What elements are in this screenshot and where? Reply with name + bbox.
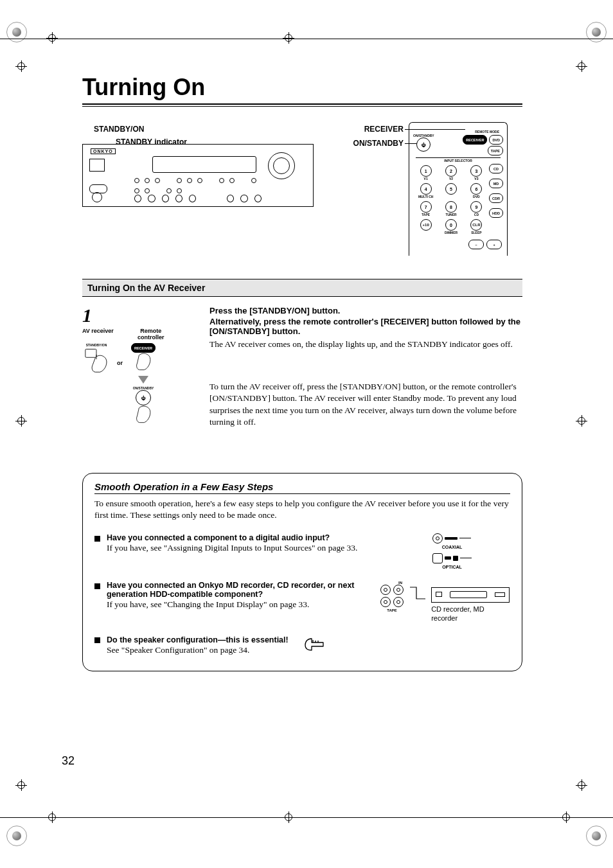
- label-receiver: RECEIVER: [333, 125, 404, 134]
- ri-connection-diagram: IN TAPE: [380, 581, 510, 624]
- standby-on-btn-label: STANDBY/ON: [86, 343, 107, 347]
- remote-diagram: RECEIVER ON/STANDBY ON/STANDBY ⏻ REMOTE …: [352, 125, 500, 256]
- tape-label: TAPE: [380, 608, 404, 612]
- num-sub: TAPE: [422, 213, 430, 217]
- arrow-down-icon: [138, 376, 148, 384]
- square-bullet-icon: [94, 637, 100, 643]
- finger-press-icon: [82, 348, 111, 374]
- remote-dvd-button: DVD: [489, 135, 503, 145]
- coax-jack-icon: [432, 533, 443, 544]
- display-icon: [152, 156, 256, 173]
- connector-line-icon: [409, 581, 426, 604]
- remote-on-standby-button: ⏻: [416, 137, 431, 152]
- crop-mark: [6, 22, 27, 42]
- checklist-a: If you have, see "Changing the Input Dis…: [107, 599, 368, 610]
- volume-knob-icon: [268, 152, 295, 179]
- digital-input-diagram: COAXIAL OPTICAL: [432, 533, 472, 569]
- av-receiver-label: AV receiver: [82, 328, 114, 341]
- optical-jack-icon: [432, 553, 443, 563]
- crop-mark: [6, 826, 27, 846]
- page-title: Turning On: [82, 74, 522, 101]
- registration-mark: [15, 415, 27, 427]
- num-sub: V1: [424, 177, 428, 181]
- finger-press-icon: [129, 353, 157, 373]
- num-sub: CD: [474, 213, 479, 217]
- smooth-title: Smooth Operation in a Few Easy Steps: [94, 481, 510, 492]
- remote-tape-button: TAPE: [488, 146, 503, 155]
- vol-plus: +: [486, 240, 502, 249]
- finger-press-icon: [129, 405, 157, 426]
- coaxial-label: COAXIAL: [432, 545, 472, 549]
- or-label: or: [117, 360, 123, 366]
- crop-mark: [586, 826, 607, 846]
- smooth-operation-box: Smooth Operation in a Few Easy Steps To …: [82, 473, 522, 671]
- optical-label: OPTICAL: [432, 565, 472, 569]
- registration-mark: [576, 415, 587, 427]
- registration-mark: [15, 779, 27, 791]
- num-button: 2: [445, 165, 457, 177]
- smooth-intro: To ensure smooth operation, here's a few…: [94, 498, 510, 521]
- num-button: 5: [445, 183, 457, 195]
- num-sub: TUNER: [445, 213, 456, 217]
- checklist-q: Have you connected an Onkyo MD recorder,…: [107, 581, 368, 599]
- trim-line: [0, 39, 613, 39]
- registration-mark: [15, 60, 27, 72]
- side-button: CD: [489, 164, 503, 173]
- remote-mode-label: REMOTE MODE: [475, 130, 499, 134]
- num-button: 9: [470, 201, 482, 213]
- component-caption: CD recorder, MD recorder: [431, 605, 510, 624]
- brand-logo: ONKYO: [91, 148, 116, 154]
- square-bullet-icon: [94, 536, 100, 542]
- num-sub: V2: [449, 177, 453, 181]
- num-sub: DIMMER: [445, 231, 458, 235]
- trim-line: [0, 817, 613, 818]
- num-button: 8: [445, 201, 457, 213]
- num-button: 6: [470, 183, 482, 195]
- registration-mark: [46, 32, 58, 44]
- step-number: 1: [82, 306, 199, 325]
- page-number: 32: [62, 754, 75, 768]
- num-sub: V3: [474, 177, 478, 181]
- num-sub: DVD: [473, 195, 480, 199]
- registration-mark: [576, 779, 587, 791]
- pointing-hand-icon: [301, 635, 327, 657]
- num-button: 0: [445, 219, 457, 231]
- checklist-q: Have you connected a component to a digi…: [107, 533, 357, 542]
- num-button: 4: [420, 183, 432, 195]
- receiver-pill: RECEIVER: [131, 343, 155, 353]
- side-button: CDR: [489, 193, 503, 203]
- step1-line3: The AV receiver comes on, the display li…: [209, 339, 522, 350]
- step1-line4: To turn the AV receiver off, press the […: [209, 381, 522, 428]
- plug-icon: [453, 556, 458, 561]
- num-sub: SLEEP: [471, 231, 481, 235]
- num-button: 7: [420, 201, 432, 213]
- side-button: HDD: [489, 208, 503, 218]
- section-heading: Turning On the AV Receiver: [82, 279, 522, 297]
- step1-line2: Alternatively, press the remote controll…: [209, 317, 522, 336]
- label-standby-on: STANDBY/ON: [94, 125, 314, 134]
- crop-mark: [586, 22, 607, 42]
- num-button: 3: [470, 165, 482, 177]
- receiver-diagram: STANDBY/ON STANDBY indicator ONKYO: [82, 125, 314, 256]
- num-button: 1: [420, 165, 432, 177]
- side-button: MD: [489, 179, 503, 188]
- num-button: +10: [420, 219, 432, 231]
- remote-receiver-button: RECEIVER: [463, 135, 487, 145]
- plug-icon: [445, 556, 451, 560]
- vol-minus: –: [468, 240, 484, 249]
- remote-controller-label: Remote controller: [132, 328, 170, 341]
- num-button: CLR: [470, 219, 482, 231]
- num-sub: MULTI CH: [418, 195, 434, 199]
- plug-icon: [445, 537, 458, 540]
- step1-line1: Press the [STANDBY/ON] button.: [209, 306, 522, 315]
- input-selector-label: INPUT SELECTOR: [416, 157, 501, 163]
- on-standby-round-icon: ⏻: [136, 390, 151, 405]
- checklist-a: If you have, see "Assigning Digital Inpu…: [107, 542, 357, 554]
- rule: [82, 106, 522, 107]
- power-button-icon: [89, 159, 105, 172]
- registration-mark: [283, 32, 294, 44]
- jack-icon: [92, 192, 102, 202]
- checklist-a: See "Speaker Configuration" on page 34.: [107, 644, 289, 656]
- checklist-q: Do the speaker configuration—this is ess…: [107, 635, 289, 644]
- rule: [82, 103, 522, 105]
